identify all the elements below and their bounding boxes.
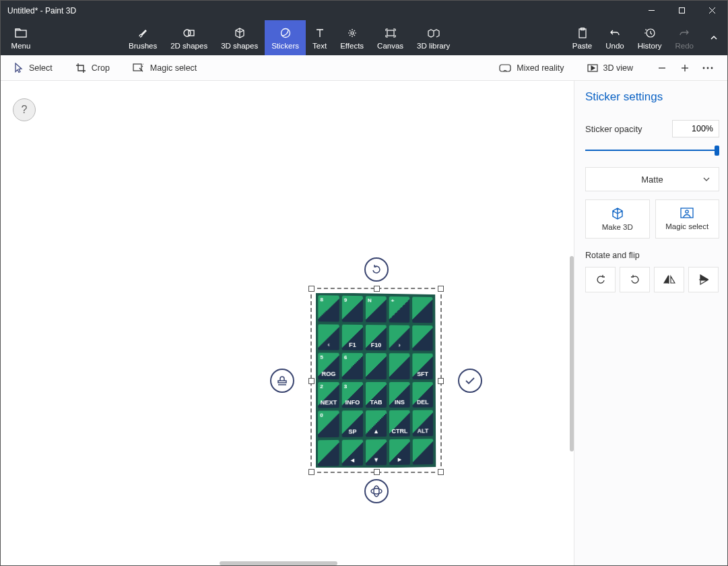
- text-icon: [315, 26, 325, 40]
- panel-title: Sticker settings: [585, 90, 719, 104]
- window-title: Untitled* - Paint 3D: [1, 6, 636, 15]
- svg-rect-1: [680, 8, 685, 13]
- title-bar: Untitled* - Paint 3D: [1, 1, 727, 20]
- undo-icon: [609, 26, 620, 40]
- library-icon: [428, 26, 440, 40]
- svg-rect-9: [387, 30, 394, 36]
- svg-point-8: [351, 32, 354, 34]
- resize-handle[interactable]: [438, 469, 444, 475]
- resize-handle[interactable]: [438, 378, 444, 384]
- stamp-button[interactable]: [270, 369, 294, 393]
- crop-tool[interactable]: Crop: [70, 60, 115, 76]
- crop-icon: [75, 63, 86, 73]
- svg-rect-4: [15, 30, 26, 37]
- opacity-slider[interactable]: [585, 143, 719, 158]
- zoom-in-button[interactable]: [673, 57, 696, 80]
- 3d-view-button[interactable]: 3D view: [582, 61, 638, 75]
- sub-toolbar: Select Crop Magic select Mixed reality 3…: [1, 55, 727, 81]
- tab-3d-library[interactable]: 3D library: [410, 20, 457, 55]
- tab-2d-shapes[interactable]: 2D shapes: [164, 20, 214, 55]
- svg-point-21: [711, 67, 713, 69]
- tab-canvas[interactable]: Canvas: [370, 20, 410, 55]
- help-button[interactable]: ?: [13, 98, 36, 121]
- resize-handle[interactable]: [308, 286, 315, 292]
- menu-label: Menu: [11, 42, 31, 50]
- main-area: ? 89N+‹F1F10›5ROG6SFT2NEXT3INFOTABINSDEL…: [1, 81, 727, 565]
- magic-select-tool[interactable]: Magic select: [127, 61, 202, 75]
- paste-button[interactable]: Paste: [566, 20, 599, 55]
- play3d-icon: [587, 64, 598, 72]
- svg-point-23: [374, 486, 379, 497]
- resize-handle[interactable]: [308, 378, 315, 384]
- svg-point-22: [371, 489, 382, 494]
- selection-bounding-box[interactable]: 89N+‹F1F10›5ROG6SFT2NEXT3INFOTABINSDEL0S…: [310, 288, 442, 473]
- opacity-label: Sticker opacity: [585, 124, 642, 134]
- shapes2d-icon: [183, 26, 195, 40]
- tab-effects[interactable]: Effects: [333, 20, 370, 55]
- tab-text[interactable]: Text: [306, 20, 333, 55]
- vr-icon: [499, 64, 511, 72]
- redo-icon: [679, 26, 690, 40]
- svg-rect-13: [133, 64, 141, 71]
- svg-rect-6: [189, 30, 194, 36]
- svg-point-19: [703, 67, 705, 69]
- mixed-reality-button[interactable]: Mixed reality: [494, 61, 569, 75]
- flip-horizontal-button[interactable]: [654, 267, 684, 292]
- zoom-out-button[interactable]: [651, 57, 673, 80]
- tab-brushes[interactable]: Brushes: [122, 20, 164, 55]
- cube-icon: [611, 207, 624, 220]
- chevron-down-icon: [702, 175, 710, 183]
- tab-3d-shapes[interactable]: 3D shapes: [214, 20, 265, 55]
- undo-button[interactable]: Undo: [599, 20, 631, 55]
- resize-handle[interactable]: [308, 469, 315, 475]
- magic-person-icon: [680, 208, 694, 220]
- tab-stickers[interactable]: Stickers: [265, 20, 306, 55]
- more-button[interactable]: [696, 57, 719, 80]
- menu-button[interactable]: Menu: [1, 20, 41, 55]
- resize-handle[interactable]: [374, 469, 380, 475]
- brush-icon: [137, 26, 148, 40]
- svg-point-20: [707, 67, 709, 69]
- flip-vertical-button[interactable]: [688, 267, 719, 292]
- cube-icon: [234, 26, 245, 40]
- side-panel: Sticker settings Sticker opacity Matte M…: [574, 81, 727, 565]
- canvas-area[interactable]: ? 89N+‹F1F10›5ROG6SFT2NEXT3INFOTABINSDEL…: [1, 81, 574, 565]
- rotate-3d-button[interactable]: [364, 479, 389, 503]
- close-button[interactable]: [697, 1, 727, 20]
- vertical-scrollbar[interactable]: [570, 256, 574, 451]
- cursor-icon: [14, 63, 24, 73]
- slider-track: [585, 150, 719, 151]
- canvas-icon: [385, 26, 396, 40]
- folder-icon: [15, 26, 27, 40]
- resize-handle[interactable]: [438, 286, 444, 292]
- ribbon: Menu Brushes 2D shapes 3D shapes Sticker…: [1, 20, 727, 55]
- collapse-ribbon-button[interactable]: [700, 20, 727, 55]
- material-dropdown[interactable]: Matte: [585, 167, 719, 191]
- svg-point-25: [686, 210, 688, 213]
- rotate-flip-label: Rotate and flip: [585, 251, 719, 260]
- redo-button[interactable]: Redo: [669, 20, 701, 55]
- history-button[interactable]: History: [631, 20, 669, 55]
- effects-icon: [347, 26, 358, 40]
- rotate-ccw-button[interactable]: [585, 267, 616, 292]
- sticker-image[interactable]: 89N+‹F1F10›5ROG6SFT2NEXT3INFOTABINSDEL0S…: [316, 293, 436, 468]
- magic-icon: [133, 63, 145, 73]
- resize-handle[interactable]: [374, 286, 380, 292]
- rotate-cw-button[interactable]: [620, 267, 650, 292]
- make-3d-button[interactable]: Make 3D: [585, 199, 650, 239]
- minimize-button[interactable]: [636, 1, 667, 20]
- paste-icon: [578, 26, 587, 40]
- horizontal-scrollbar[interactable]: [220, 561, 337, 565]
- select-tool[interactable]: Select: [9, 60, 58, 76]
- commit-button[interactable]: [458, 369, 482, 393]
- app-window: Untitled* - Paint 3D Menu Brushes 2D sha…: [0, 0, 728, 566]
- slider-thumb[interactable]: [715, 146, 719, 156]
- history-icon: [644, 26, 655, 40]
- sticker-icon: [280, 26, 291, 40]
- maximize-button[interactable]: [667, 1, 697, 20]
- opacity-input[interactable]: [672, 120, 719, 137]
- magic-select-button[interactable]: Magic select: [655, 199, 720, 239]
- rotate-z-button[interactable]: [364, 257, 389, 282]
